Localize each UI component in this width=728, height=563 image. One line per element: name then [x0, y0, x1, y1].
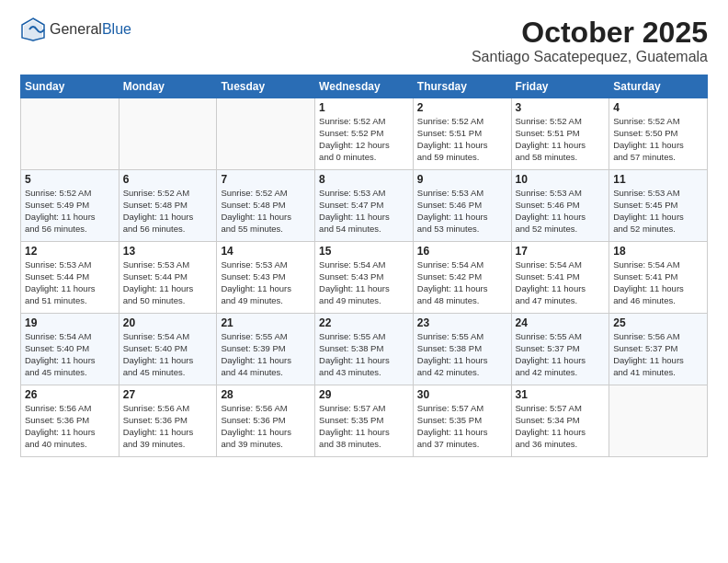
- month-title: October 2025: [472, 17, 708, 49]
- day-number: 24: [516, 316, 606, 329]
- day-detail: Sunrise: 5:57 AM Sunset: 5:35 PM Dayligh…: [319, 403, 409, 450]
- calendar-cell: [119, 98, 217, 170]
- day-number: 12: [25, 245, 115, 258]
- calendar-cell: 13Sunrise: 5:53 AM Sunset: 5:44 PM Dayli…: [119, 242, 217, 314]
- page: GeneralBlue October 2025 Santiago Sacate…: [0, 0, 728, 563]
- day-detail: Sunrise: 5:57 AM Sunset: 5:34 PM Dayligh…: [516, 403, 606, 450]
- day-number: 17: [516, 245, 606, 258]
- day-number: 23: [417, 316, 507, 329]
- day-detail: Sunrise: 5:55 AM Sunset: 5:37 PM Dayligh…: [516, 331, 606, 378]
- calendar-cell: 24Sunrise: 5:55 AM Sunset: 5:37 PM Dayli…: [511, 314, 609, 385]
- day-detail: Sunrise: 5:52 AM Sunset: 5:51 PM Dayligh…: [516, 116, 606, 163]
- calendar-cell: 3Sunrise: 5:52 AM Sunset: 5:51 PM Daylig…: [511, 98, 609, 170]
- weekday-header-sunday: Sunday: [21, 75, 119, 98]
- day-detail: Sunrise: 5:53 AM Sunset: 5:46 PM Dayligh…: [417, 188, 507, 235]
- day-detail: Sunrise: 5:52 AM Sunset: 5:49 PM Dayligh…: [25, 188, 115, 235]
- day-detail: Sunrise: 5:54 AM Sunset: 5:41 PM Dayligh…: [516, 259, 606, 306]
- day-detail: Sunrise: 5:53 AM Sunset: 5:44 PM Dayligh…: [25, 259, 115, 306]
- calendar-cell: 27Sunrise: 5:56 AM Sunset: 5:36 PM Dayli…: [119, 385, 217, 457]
- day-detail: Sunrise: 5:52 AM Sunset: 5:51 PM Dayligh…: [417, 116, 507, 163]
- day-detail: Sunrise: 5:55 AM Sunset: 5:38 PM Dayligh…: [319, 331, 409, 378]
- logo-icon: [20, 17, 46, 42]
- day-number: 13: [123, 245, 213, 258]
- day-number: 2: [417, 101, 507, 114]
- calendar-cell: 15Sunrise: 5:54 AM Sunset: 5:43 PM Dayli…: [315, 242, 414, 314]
- day-number: 20: [123, 316, 213, 329]
- calendar-cell: 12Sunrise: 5:53 AM Sunset: 5:44 PM Dayli…: [21, 242, 119, 314]
- calendar-cell: [609, 385, 708, 457]
- weekday-header-tuesday: Tuesday: [217, 75, 315, 98]
- calendar-cell: [217, 98, 315, 170]
- calendar-cell: 17Sunrise: 5:54 AM Sunset: 5:41 PM Dayli…: [511, 242, 609, 314]
- logo: GeneralBlue: [20, 17, 131, 42]
- week-row-4: 19Sunrise: 5:54 AM Sunset: 5:40 PM Dayli…: [21, 314, 708, 385]
- weekday-header-saturday: Saturday: [609, 75, 708, 98]
- day-number: 25: [613, 316, 703, 329]
- weekday-header-wednesday: Wednesday: [315, 75, 414, 98]
- calendar-cell: 7Sunrise: 5:52 AM Sunset: 5:48 PM Daylig…: [217, 170, 315, 242]
- day-number: 30: [417, 388, 507, 401]
- weekday-header-row: SundayMondayTuesdayWednesdayThursdayFrid…: [21, 75, 708, 98]
- calendar-cell: 11Sunrise: 5:53 AM Sunset: 5:45 PM Dayli…: [609, 170, 708, 242]
- day-number: 9: [417, 173, 507, 186]
- day-number: 3: [516, 101, 606, 114]
- day-detail: Sunrise: 5:56 AM Sunset: 5:37 PM Dayligh…: [613, 331, 703, 378]
- calendar-cell: 31Sunrise: 5:57 AM Sunset: 5:34 PM Dayli…: [511, 385, 609, 457]
- calendar-cell: 25Sunrise: 5:56 AM Sunset: 5:37 PM Dayli…: [609, 314, 708, 385]
- weekday-header-friday: Friday: [511, 75, 609, 98]
- calendar-cell: 26Sunrise: 5:56 AM Sunset: 5:36 PM Dayli…: [21, 385, 119, 457]
- day-detail: Sunrise: 5:54 AM Sunset: 5:43 PM Dayligh…: [319, 259, 409, 306]
- day-number: 29: [319, 388, 409, 401]
- calendar-cell: 8Sunrise: 5:53 AM Sunset: 5:47 PM Daylig…: [315, 170, 414, 242]
- day-number: 10: [516, 173, 606, 186]
- day-detail: Sunrise: 5:55 AM Sunset: 5:38 PM Dayligh…: [417, 331, 507, 378]
- day-detail: Sunrise: 5:56 AM Sunset: 5:36 PM Dayligh…: [221, 403, 311, 450]
- day-detail: Sunrise: 5:54 AM Sunset: 5:41 PM Dayligh…: [613, 259, 703, 306]
- calendar-cell: 18Sunrise: 5:54 AM Sunset: 5:41 PM Dayli…: [609, 242, 708, 314]
- day-number: 8: [319, 173, 409, 186]
- day-detail: Sunrise: 5:56 AM Sunset: 5:36 PM Dayligh…: [25, 403, 115, 450]
- day-number: 14: [221, 245, 311, 258]
- calendar-cell: 29Sunrise: 5:57 AM Sunset: 5:35 PM Dayli…: [315, 385, 414, 457]
- calendar-cell: 14Sunrise: 5:53 AM Sunset: 5:43 PM Dayli…: [217, 242, 315, 314]
- day-number: 31: [516, 388, 606, 401]
- day-detail: Sunrise: 5:55 AM Sunset: 5:39 PM Dayligh…: [221, 331, 311, 378]
- day-detail: Sunrise: 5:52 AM Sunset: 5:50 PM Dayligh…: [613, 116, 703, 163]
- day-detail: Sunrise: 5:54 AM Sunset: 5:40 PM Dayligh…: [25, 331, 115, 378]
- week-row-5: 26Sunrise: 5:56 AM Sunset: 5:36 PM Dayli…: [21, 385, 708, 457]
- calendar-cell: 1Sunrise: 5:52 AM Sunset: 5:52 PM Daylig…: [315, 98, 414, 170]
- day-number: 6: [123, 173, 213, 186]
- day-number: 26: [25, 388, 115, 401]
- calendar-cell: 22Sunrise: 5:55 AM Sunset: 5:38 PM Dayli…: [315, 314, 414, 385]
- calendar-cell: 23Sunrise: 5:55 AM Sunset: 5:38 PM Dayli…: [413, 314, 511, 385]
- day-number: 5: [25, 173, 115, 186]
- day-detail: Sunrise: 5:54 AM Sunset: 5:42 PM Dayligh…: [417, 259, 507, 306]
- day-detail: Sunrise: 5:53 AM Sunset: 5:47 PM Dayligh…: [319, 188, 409, 235]
- logo-blue: Blue: [102, 21, 131, 37]
- calendar-cell: 2Sunrise: 5:52 AM Sunset: 5:51 PM Daylig…: [413, 98, 511, 170]
- week-row-3: 12Sunrise: 5:53 AM Sunset: 5:44 PM Dayli…: [21, 242, 708, 314]
- day-number: 19: [25, 316, 115, 329]
- title-block: October 2025 Santiago Sacatepequez, Guat…: [472, 17, 708, 65]
- header: GeneralBlue October 2025 Santiago Sacate…: [20, 17, 708, 65]
- day-detail: Sunrise: 5:54 AM Sunset: 5:40 PM Dayligh…: [123, 331, 213, 378]
- location-title: Santiago Sacatepequez, Guatemala: [472, 49, 708, 65]
- day-detail: Sunrise: 5:52 AM Sunset: 5:48 PM Dayligh…: [123, 188, 213, 235]
- calendar: SundayMondayTuesdayWednesdayThursdayFrid…: [20, 75, 708, 457]
- logo-text: GeneralBlue: [50, 21, 131, 38]
- day-number: 27: [123, 388, 213, 401]
- day-detail: Sunrise: 5:53 AM Sunset: 5:45 PM Dayligh…: [613, 188, 703, 235]
- day-detail: Sunrise: 5:53 AM Sunset: 5:44 PM Dayligh…: [123, 259, 213, 306]
- day-number: 28: [221, 388, 311, 401]
- day-number: 21: [221, 316, 311, 329]
- day-number: 1: [319, 101, 409, 114]
- day-number: 15: [319, 245, 409, 258]
- calendar-cell: 16Sunrise: 5:54 AM Sunset: 5:42 PM Dayli…: [413, 242, 511, 314]
- day-detail: Sunrise: 5:52 AM Sunset: 5:52 PM Dayligh…: [319, 116, 409, 163]
- day-detail: Sunrise: 5:57 AM Sunset: 5:35 PM Dayligh…: [417, 403, 507, 450]
- day-number: 18: [613, 245, 703, 258]
- calendar-cell: 19Sunrise: 5:54 AM Sunset: 5:40 PM Dayli…: [21, 314, 119, 385]
- week-row-1: 1Sunrise: 5:52 AM Sunset: 5:52 PM Daylig…: [21, 98, 708, 170]
- week-row-2: 5Sunrise: 5:52 AM Sunset: 5:49 PM Daylig…: [21, 170, 708, 242]
- weekday-header-monday: Monday: [119, 75, 217, 98]
